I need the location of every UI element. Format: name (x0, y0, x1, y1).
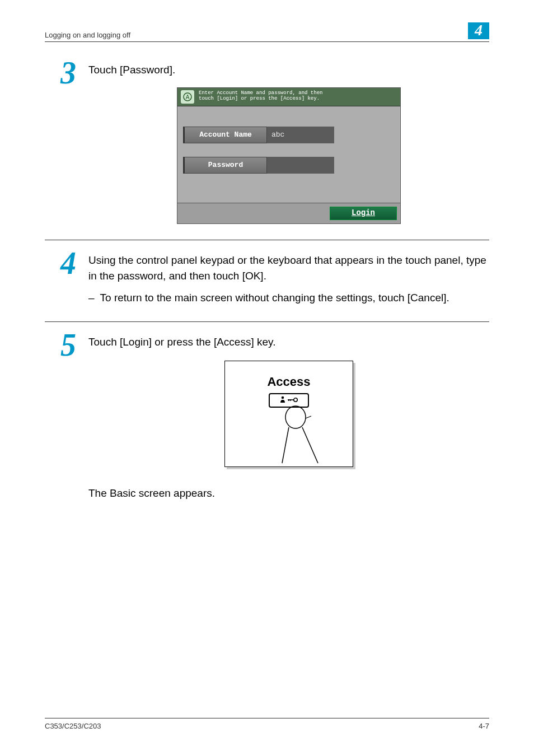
step-number: 3 (45, 59, 76, 87)
step-sub-bullet: – To return to the main screen without c… (88, 290, 489, 306)
step-text: Touch [Password]. (88, 64, 175, 76)
svg-rect-6 (290, 399, 291, 401)
step-3: 3 Touch [Password]. A Enter Account Name… (45, 59, 489, 240)
step-number: 4 (45, 249, 76, 277)
chapter-number: 4 (468, 22, 489, 39)
account-name-button[interactable]: Account Name (183, 127, 267, 143)
person-icon (280, 395, 285, 405)
touch-panel-screenshot: A Enter Account Name and password, and t… (177, 87, 401, 224)
access-key-label: Access (267, 372, 310, 391)
password-button[interactable]: Password (183, 157, 267, 174)
password-value (267, 157, 334, 174)
account-name-value: abc (267, 127, 334, 143)
footer-page: 4-7 (479, 722, 489, 730)
step-4: 4 Using the control panel keypad or the … (45, 249, 489, 323)
page-footer: C353/C253/C203 4-7 (45, 718, 489, 730)
step-text: Touch [Login] or press the [Access] key. (88, 336, 275, 348)
page-header: Logging on and logging off 4 (45, 22, 489, 42)
step-5: 5 Touch [Login] or press the [Access] ke… (45, 331, 489, 515)
svg-point-7 (285, 406, 306, 428)
step-result: The Basic screen appears. (88, 487, 489, 500)
step-number: 5 (45, 331, 76, 359)
panel-info-icon: A (181, 90, 194, 104)
svg-text:A: A (186, 94, 190, 100)
key-icon (288, 395, 298, 405)
access-key-illustration: Access (224, 361, 353, 467)
step-text: Using the control panel keypad or the ke… (88, 254, 486, 282)
login-button[interactable]: Login (330, 207, 397, 220)
finger-press-icon (279, 405, 329, 466)
section-title: Logging on and logging off (45, 31, 130, 39)
svg-rect-5 (288, 399, 289, 401)
svg-point-2 (282, 396, 284, 399)
footer-model: C353/C253/C203 (45, 722, 101, 730)
svg-point-3 (294, 398, 297, 401)
panel-instruction: Enter Account Name and password, and the… (199, 90, 322, 102)
